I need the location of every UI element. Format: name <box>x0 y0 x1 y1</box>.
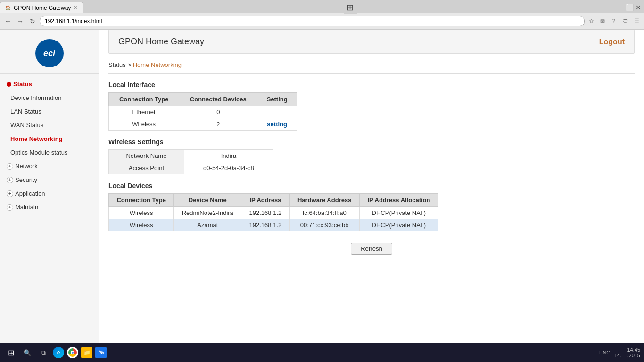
logout-button[interactable]: Logout <box>599 38 625 46</box>
dev2-hw: 00:71:cc:93:ce:bb <box>289 219 359 231</box>
col-connected-devices: Connected Devices <box>179 93 257 106</box>
active-tab[interactable]: 🏠 GPON Home Gateway ✕ <box>0 2 83 13</box>
network-name-value: Indira <box>184 150 273 162</box>
address-input[interactable] <box>40 16 585 26</box>
page-wrapper: eci Status Device Information LAN Status… <box>0 30 644 344</box>
dev1-ip: 192.168.1.2 <box>241 207 289 219</box>
mail-icon[interactable]: ✉ <box>598 16 607 26</box>
dev1-hw: fc:64:ba:34:ff:a0 <box>289 207 359 219</box>
sidebar-item-home-networking[interactable]: Home Networking <box>0 132 99 146</box>
sidebar-item-status[interactable]: Status <box>0 77 99 91</box>
sidebar-item-device-information[interactable]: Device Information <box>0 91 99 105</box>
sidebar-application-label: Application <box>15 190 45 197</box>
dev1-type: Wireless <box>109 207 174 219</box>
col-ip-allocation: IP Address Allocation <box>359 194 438 207</box>
refresh-area: Refresh <box>108 243 635 255</box>
dev1-name: RedmiNote2-Indira <box>174 207 241 219</box>
wireless-setting-link[interactable]: setting <box>267 121 287 128</box>
new-tab-button[interactable]: ⊞ <box>344 1 357 14</box>
local-interface-title: Local Interface <box>108 81 635 89</box>
status-indicator-dot <box>7 82 11 87</box>
table-row: Wireless RedmiNote2-Indira 192.168.1.2 f… <box>109 207 438 219</box>
col-connection-type: Connection Type <box>109 93 179 106</box>
sidebar-item-wan-status[interactable]: WAN Status <box>0 118 99 132</box>
breadcrumb-status: Status <box>108 61 126 68</box>
sidebar-security-label: Security <box>15 176 37 183</box>
logo-text: eci <box>43 49 55 58</box>
extension-icon[interactable]: 🛡 <box>620 16 630 26</box>
back-button[interactable]: ← <box>3 16 13 26</box>
table-row: Wireless Azamat 192.168.1.2 00:71:cc:93:… <box>109 219 438 231</box>
ethernet-devices: 0 <box>179 106 257 118</box>
breadcrumb-separator: > <box>127 61 132 68</box>
minimize-button[interactable]: — <box>617 4 624 11</box>
local-interface-table: Connection Type Connected Devices Settin… <box>108 92 297 131</box>
sidebar-wan-status-label: WAN Status <box>10 122 43 129</box>
page-title: GPON Home Gateway <box>118 37 204 47</box>
dev2-name: Azamat <box>174 219 241 231</box>
wireless-devices: 2 <box>179 118 257 131</box>
sidebar-network-label: Network <box>15 163 38 170</box>
browser-chrome: 🏠 GPON Home Gateway ✕ ⊞ — ⬜ ✕ ← → ↻ ☆ ✉ … <box>0 0 644 30</box>
forward-button[interactable]: → <box>15 16 25 26</box>
table-row: Ethernet 0 <box>109 106 297 118</box>
tab-title: GPON Home Gateway <box>14 5 71 11</box>
sidebar: eci Status Device Information LAN Status… <box>0 30 99 344</box>
tab-close-button[interactable]: ✕ <box>74 5 78 11</box>
access-point-label: Access Point <box>109 162 184 174</box>
ethernet-type: Ethernet <box>109 106 179 118</box>
sidebar-lan-status-label: LAN Status <box>10 108 41 115</box>
browser-actions: ☆ ✉ ? 🛡 ☰ <box>586 16 641 26</box>
dev2-ip: 192.168.1.2 <box>241 219 289 231</box>
taskbar: ⊞ 🔍 ⧉ e 📁 🛍 ENG 14:45 14.11.2015 <box>0 343 644 344</box>
maintain-expand-icon: + <box>7 204 13 211</box>
wireless-settings-title: Wireless Settings <box>108 138 635 146</box>
breadcrumb: Status > Home Networking <box>108 59 635 74</box>
col-dev-connection-type: Connection Type <box>109 194 174 207</box>
ethernet-setting <box>257 106 297 118</box>
table-row: Access Point d0-54-2d-0a-34-c8 <box>109 162 273 174</box>
wireless-settings-table: Network Name Indira Access Point d0-54-2… <box>108 149 273 174</box>
dev2-alloc: DHCP(Private NAT) <box>359 219 438 231</box>
col-setting: Setting <box>257 93 297 106</box>
main-content: GPON Home Gateway Logout Status > Home N… <box>99 30 644 344</box>
sidebar-device-info-label: Device Information <box>10 94 61 101</box>
sidebar-maintain-label: Maintain <box>15 204 38 211</box>
network-name-label: Network Name <box>109 150 184 162</box>
sidebar-section-security[interactable]: + Security <box>0 173 99 187</box>
reload-button[interactable]: ↻ <box>27 16 38 26</box>
table-row: Network Name Indira <box>109 150 273 162</box>
wireless-setting: setting <box>257 118 297 131</box>
help-icon[interactable]: ? <box>609 16 619 26</box>
breadcrumb-home-networking[interactable]: Home Networking <box>133 61 182 68</box>
refresh-button[interactable]: Refresh <box>351 243 392 255</box>
dev2-type: Wireless <box>109 219 174 231</box>
maximize-button[interactable]: ⬜ <box>626 4 634 11</box>
eci-logo: eci <box>35 39 64 67</box>
tab-favicon: 🏠 <box>5 5 11 10</box>
security-expand-icon: + <box>7 177 13 183</box>
sidebar-optics-module-label: Optics Module status <box>10 149 67 156</box>
sidebar-section-application[interactable]: + Application <box>0 187 99 200</box>
local-devices-title: Local Devices <box>108 182 635 189</box>
wireless-type: Wireless <box>109 118 179 131</box>
table-row: Wireless 2 setting <box>109 118 297 131</box>
sidebar-section-network[interactable]: + Network <box>0 159 99 173</box>
bookmark-star-icon[interactable]: ☆ <box>586 16 596 26</box>
close-button[interactable]: ✕ <box>636 4 641 11</box>
page-header: GPON Home Gateway Logout <box>108 30 635 54</box>
access-point-value: d0-54-2d-0a-34-c8 <box>184 162 273 174</box>
tab-bar: 🏠 GPON Home Gateway ✕ ⊞ — ⬜ ✕ <box>0 0 644 13</box>
sidebar-home-networking-label: Home Networking <box>10 135 63 142</box>
sidebar-item-lan-status[interactable]: LAN Status <box>0 105 99 118</box>
sidebar-item-optics-module[interactable]: Optics Module status <box>0 146 99 159</box>
network-expand-icon: + <box>7 163 13 170</box>
application-expand-icon: + <box>7 190 13 197</box>
sidebar-section-maintain[interactable]: + Maintain <box>0 200 99 214</box>
col-ip-address: IP Address <box>241 194 289 207</box>
address-bar: ← → ↻ ☆ ✉ ? 🛡 ☰ <box>0 13 644 29</box>
dev1-alloc: DHCP(Private NAT) <box>359 207 438 219</box>
local-devices-table: Connection Type Device Name IP Address H… <box>108 193 438 231</box>
col-device-name: Device Name <box>174 194 241 207</box>
menu-icon[interactable]: ☰ <box>632 16 641 26</box>
